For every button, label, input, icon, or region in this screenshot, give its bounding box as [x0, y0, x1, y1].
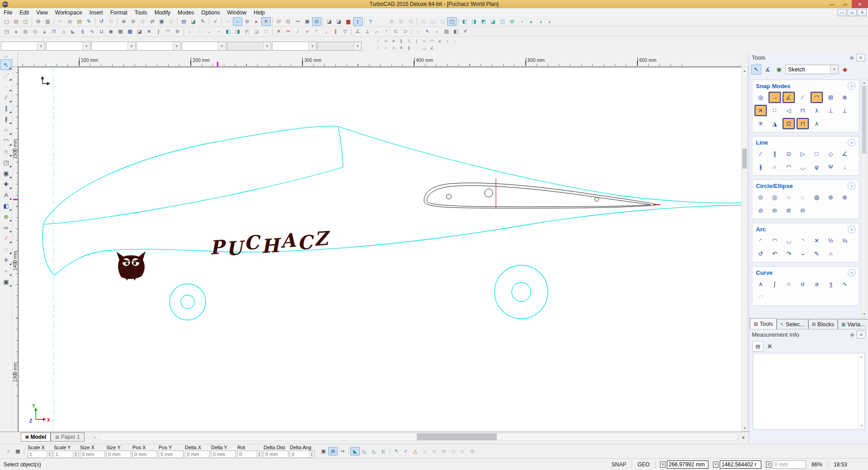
parallel-mark-icon[interactable]: ∥ — [397, 38, 405, 44]
arc-mark-icon[interactable]: ◠ — [428, 38, 436, 44]
line-multiline-icon[interactable]: Ψ — [825, 161, 837, 173]
curve-fit-icon[interactable]: ∩ — [783, 278, 795, 290]
pin-icon[interactable]: ◉ — [849, 55, 854, 61]
ellipse-fixed-icon[interactable]: ⊜ — [783, 205, 795, 216]
explode-icon[interactable]: ▽ — [340, 27, 350, 36]
measurement-clear-icon[interactable]: ✕ — [767, 343, 772, 350]
menu-insert[interactable]: Insert — [86, 9, 107, 17]
vertical-scroll-thumb[interactable] — [742, 149, 747, 169]
cancel-edit-icon[interactable]: ✕ — [4, 447, 13, 456]
box-tool[interactable]: ◳ — [0, 157, 12, 168]
render-quality-icon[interactable]: ◲ — [438, 17, 447, 26]
line-tangent-3arc-icon[interactable]: ◡ — [797, 161, 809, 173]
join-icon[interactable]: × — [302, 27, 312, 36]
view-cam-1-icon[interactable]: ◔ — [517, 17, 526, 26]
zoom-selection-icon[interactable]: ⊡ — [283, 17, 293, 26]
text-insert-icon[interactable]: t — [353, 17, 363, 26]
coord-table-icon[interactable]: ▦ — [13, 447, 23, 456]
collapse-icon[interactable]: « — [848, 182, 855, 190]
render-draft-icon[interactable]: ◳ — [447, 17, 457, 26]
circle-center-radius-icon[interactable]: ⊙ — [755, 192, 767, 203]
select-mode-icon[interactable]: ▫ — [233, 17, 242, 26]
ortho-angle-icon[interactable]: ∕ — [374, 38, 382, 44]
line-perpendicular-icon[interactable]: ↓ — [839, 161, 851, 173]
collapse-icon[interactable]: « — [848, 226, 855, 233]
revolve-icon[interactable]: ◉ — [106, 27, 116, 36]
size-y-input[interactable]: 0 mm — [106, 451, 131, 458]
snap-face-icon[interactable]: ⊓ — [797, 105, 809, 116]
line-polygon-icon[interactable]: ▷ — [797, 148, 809, 160]
snap-settings-icon[interactable]: ⊞ — [328, 447, 338, 456]
return-select-icon[interactable]: ↰ — [392, 447, 401, 456]
measurement-list[interactable]: ▲▼ — [753, 353, 865, 430]
render-hidden-line-icon[interactable]: ◱ — [428, 17, 438, 26]
chevron-down-icon[interactable]: ▼ — [354, 42, 361, 50]
arc-tool[interactable]: ◠ — [0, 135, 12, 146]
sphere-3d-icon[interactable]: ● — [11, 27, 21, 36]
menu-window[interactable]: Window — [223, 9, 250, 17]
scroll-right-icon[interactable]: ▸ — [740, 433, 748, 441]
array-copy-1-icon[interactable]: ⊞ — [387, 17, 396, 26]
arc-tangent-icon[interactable]: ✕ — [811, 235, 823, 246]
diameter-mark-icon[interactable]: ⌀ — [436, 38, 443, 44]
circle-tan-point-icon[interactable]: ⊚ — [825, 192, 837, 203]
chamfer-icon[interactable]: ◞ — [321, 27, 331, 36]
redo-icon[interactable]: ↻ — [106, 17, 116, 26]
workspace-combo[interactable]: Sketch ▼ — [785, 65, 839, 74]
menu-options[interactable]: Options — [198, 9, 223, 17]
toolbar-drag-handle[interactable]: ••• — [0, 55, 12, 59]
circle-mark-icon[interactable]: ○ — [420, 38, 428, 44]
arc-ratio-icon[interactable]: ∩ — [825, 248, 837, 259]
property-combo-7[interactable]: ▼ — [272, 42, 316, 51]
view-iso-sw-icon[interactable]: ◨ — [469, 17, 479, 26]
rot-spinner[interactable]: ▲▼ — [256, 451, 262, 457]
snap-perpendicular-icon[interactable]: ⊥ — [825, 105, 837, 116]
arc-tangent-2-icon[interactable]: ↷ — [783, 248, 795, 259]
back-mark-icon[interactable]: ∖ — [405, 38, 413, 44]
collapse-icon[interactable]: « — [848, 139, 855, 146]
ellipse-rotated-icon[interactable]: ⊖ — [769, 205, 781, 216]
arc-pen-icon[interactable]: ✎ — [811, 248, 823, 259]
horizontal-scroll-thumb[interactable] — [417, 433, 497, 440]
measurement-list-button[interactable]: ▤ — [752, 341, 764, 352]
coil-3d-icon[interactable]: § — [78, 27, 87, 36]
tab-paper-1[interactable]: ▤ Paper 1 — [51, 432, 85, 442]
size-x-input[interactable]: 0 mm — [80, 451, 105, 458]
format-painter-icon[interactable]: ✎ — [84, 17, 94, 26]
camera-icon[interactable]: ⊟ — [312, 17, 321, 26]
main-wheel[interactable] — [495, 265, 548, 319]
property-combo-1[interactable]: ▼ — [1, 42, 45, 51]
canvas-vertical-scrollbar[interactable]: ▲ ▼ — [741, 67, 748, 432]
tab-blocks[interactable]: ⊞Blocks — [808, 319, 838, 329]
chevron-down-icon[interactable]: ▼ — [263, 42, 271, 50]
line-double-icon[interactable]: ∥ — [769, 148, 781, 160]
line-branch-icon[interactable]: ψ — [811, 161, 823, 173]
arc-center-radius-icon[interactable]: ◜ — [755, 235, 767, 246]
circle-tool[interactable]: ○ — [0, 124, 12, 135]
chamfer-3d-icon[interactable]: ◪ — [252, 27, 261, 36]
close-button[interactable]: ✕ — [852, 0, 868, 8]
box-3d-icon[interactable]: ◳ — [2, 27, 11, 36]
mdi-restore-button[interactable]: ▭ — [848, 9, 857, 16]
cone-3d-icon[interactable]: ▲ — [40, 27, 49, 36]
color-palette-icon[interactable]: ▆ — [344, 17, 353, 26]
arc-3point-icon[interactable]: ◝ — [797, 235, 809, 246]
view-cam-4-icon[interactable]: ◐ — [545, 17, 555, 26]
down-mark-icon[interactable]: ↓ — [451, 38, 459, 44]
snap-aperture-icon[interactable]: ✳ — [755, 118, 767, 129]
measurement-close-icon[interactable]: ✕ — [857, 331, 866, 338]
tab-variables[interactable]: ▦Varia... — [838, 319, 868, 329]
redraw-icon[interactable]: ⇄ — [274, 17, 283, 26]
ruler-corner[interactable] — [13, 52, 18, 67]
front-wheel[interactable] — [170, 284, 206, 320]
extrude-icon[interactable]: ⊔ — [97, 27, 106, 36]
insert-picture-icon[interactable]: ◪ — [189, 17, 198, 26]
coord-system-icon[interactable]: ⋯ — [223, 17, 233, 26]
validate-solid-icon[interactable]: ⊡ — [261, 27, 271, 36]
circle-2point-icon[interactable]: ○ — [783, 192, 795, 203]
sketch-parallel-icon[interactable]: ∥ — [405, 45, 413, 51]
view-mode-full-icon[interactable]: ◣ — [350, 447, 360, 456]
snap-projection-icon[interactable]: ⊓ — [797, 118, 809, 129]
arc-2-3-1-icon[interactable]: ⅓ — [839, 235, 851, 246]
menu-format[interactable]: Format — [107, 9, 131, 17]
